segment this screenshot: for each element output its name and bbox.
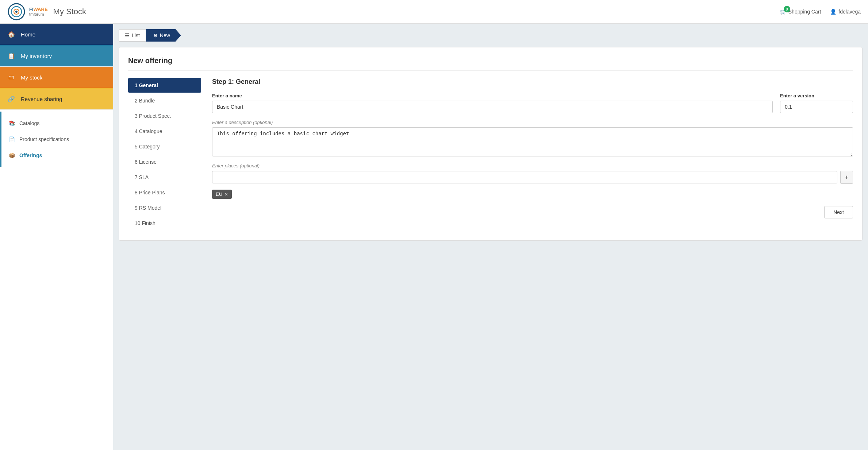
- list-icon: ☰: [125, 32, 130, 38]
- sidebar-sub-menu: 📚 Catalogs 📄 Product specifications 📦 Of…: [0, 112, 113, 167]
- name-input[interactable]: [212, 101, 773, 113]
- sidebar-home-label: Home: [21, 31, 35, 38]
- logo-icon: [7, 3, 26, 21]
- header: FIWARE tmforum My Stock 0 🛒 Shopping Car…: [0, 0, 868, 24]
- steps-sidebar: 1 General 2 Bundle 3 Product Spec. 4 Cat…: [128, 78, 201, 231]
- tab-new-label: New: [160, 32, 170, 38]
- sidebar-nav-top: 🏠 Home 📋 My inventory 🗃 My stock 🔗 Reven…: [0, 24, 113, 110]
- sidebar-item-product-specifications[interactable]: 📄 Product specifications: [1, 131, 113, 147]
- user-avatar-icon: 👤: [830, 9, 836, 15]
- step-title: Step 1: General: [212, 78, 853, 86]
- description-textarea[interactable]: This offering includes a basic chart wid…: [212, 127, 853, 156]
- form-actions: Next: [212, 206, 853, 218]
- sidebar-item-my-inventory[interactable]: 📋 My inventory: [0, 45, 113, 67]
- places-tags: EU ✕: [212, 187, 853, 199]
- form-group-name: Enter a name: [212, 93, 773, 113]
- panel-body: 1 General 2 Bundle 3 Product Spec. 4 Cat…: [128, 78, 853, 231]
- form-row-name-version: Enter a name Enter a version: [212, 93, 853, 113]
- sidebar-item-offerings[interactable]: 📦 Offerings: [1, 147, 113, 163]
- logo: FIWARE tmforum: [7, 3, 48, 21]
- sidebar-item-revenue-sharing[interactable]: 🔗 Revenue sharing: [0, 88, 113, 110]
- sidebar: 🏠 Home 📋 My inventory 🗃 My stock 🔗 Reven…: [0, 24, 113, 450]
- cart-label: Shopping Cart: [788, 9, 821, 15]
- step-price-plans[interactable]: 8 Price Plans: [128, 185, 201, 200]
- panel-title: New offering: [128, 57, 853, 71]
- name-label: Enter a name: [212, 93, 773, 98]
- tab-list-label: List: [132, 32, 140, 38]
- eu-tag: EU ✕: [212, 190, 232, 199]
- offerings-icon: 📦: [9, 152, 15, 158]
- places-row: +: [212, 171, 853, 184]
- app-title: My Stock: [53, 7, 86, 16]
- form-area: Step 1: General Enter a name Enter a ver…: [212, 78, 853, 231]
- catalogs-label: Catalogs: [19, 120, 39, 126]
- description-label: Enter a description (optional): [212, 120, 853, 125]
- tab-list[interactable]: ☰ List: [119, 29, 146, 42]
- tab-new[interactable]: ⊕ New: [146, 29, 181, 42]
- cart-badge: 0: [784, 6, 790, 12]
- inventory-icon: 📋: [7, 52, 15, 60]
- breadcrumb-tabs: ☰ List ⊕ New: [119, 29, 863, 42]
- step-rs-model[interactable]: 9 RS Model: [128, 201, 201, 215]
- logo-text: FIWARE tmforum: [29, 7, 48, 16]
- step-license[interactable]: 6 License: [128, 155, 201, 169]
- content-panel: New offering 1 General 2 Bundle 3 Produc…: [119, 47, 863, 241]
- sidebar-item-catalogs[interactable]: 📚 Catalogs: [1, 115, 113, 131]
- plus-icon: ⊕: [153, 32, 158, 38]
- sidebar-item-my-stock[interactable]: 🗃 My stock: [0, 67, 113, 88]
- catalogs-icon: 📚: [9, 120, 15, 126]
- step-bundle[interactable]: 2 Bundle: [128, 93, 201, 108]
- step-category[interactable]: 5 Category: [128, 139, 201, 154]
- sidebar-mystock-label: My stock: [21, 74, 42, 81]
- layout: 🏠 Home 📋 My inventory 🗃 My stock 🔗 Reven…: [0, 24, 868, 450]
- main-content: ☰ List ⊕ New New offering 1 General 2 Bu…: [113, 24, 868, 450]
- logo-tmforum-text: tmforum: [29, 12, 48, 16]
- places-input[interactable]: [212, 171, 837, 183]
- places-label: Enter places (optional): [212, 163, 853, 168]
- version-label: Enter a version: [780, 93, 853, 98]
- mystock-icon: 🗃: [7, 73, 15, 81]
- sidebar-item-home[interactable]: 🏠 Home: [0, 24, 113, 45]
- next-button[interactable]: Next: [824, 206, 853, 218]
- revenue-icon: 🔗: [7, 95, 15, 103]
- step-general[interactable]: 1 General: [128, 78, 201, 93]
- header-right: 0 🛒 Shopping Cart 👤 fdelavega: [780, 9, 861, 15]
- home-icon: 🏠: [7, 30, 15, 38]
- logo-fiware-text: FIWARE: [29, 7, 48, 12]
- product-spec-icon: 📄: [9, 136, 15, 142]
- offerings-label: Offerings: [19, 152, 42, 158]
- form-group-places: Enter places (optional) + EU ✕: [212, 163, 853, 199]
- sidebar-inventory-label: My inventory: [21, 53, 52, 59]
- step-finish[interactable]: 10 Finish: [128, 216, 201, 230]
- form-group-version: Enter a version: [780, 93, 853, 113]
- step-sla[interactable]: 7 SLA: [128, 170, 201, 185]
- eu-tag-close[interactable]: ✕: [224, 192, 228, 197]
- step-catalogue[interactable]: 4 Catalogue: [128, 124, 201, 139]
- step-product-spec[interactable]: 3 Product Spec.: [128, 109, 201, 123]
- user-label: fdelavega: [838, 9, 861, 15]
- version-input[interactable]: [780, 101, 853, 113]
- shopping-cart-button[interactable]: 0 🛒 Shopping Cart: [780, 9, 821, 15]
- eu-tag-label: EU: [216, 191, 222, 197]
- svg-point-3: [15, 11, 18, 13]
- product-spec-label: Product specifications: [19, 136, 69, 142]
- sidebar-revenue-label: Revenue sharing: [21, 96, 62, 102]
- user-menu-button[interactable]: 👤 fdelavega: [830, 9, 861, 15]
- places-add-button[interactable]: +: [840, 171, 853, 184]
- form-group-description: Enter a description (optional) This offe…: [212, 120, 853, 156]
